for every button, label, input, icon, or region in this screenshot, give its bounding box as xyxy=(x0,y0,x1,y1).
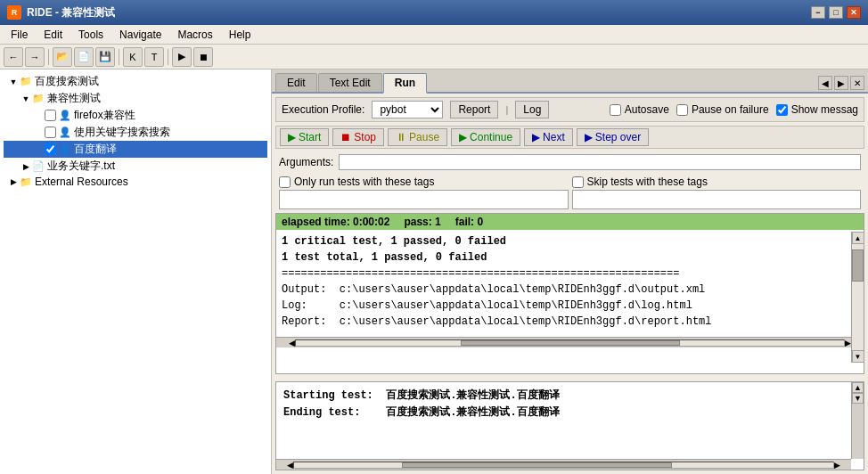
bottom-scroll-v[interactable]: ▲ ▼ xyxy=(851,382,864,459)
only-run-tags-col: Only run tests with these tags xyxy=(279,176,569,209)
continue-button[interactable]: ▶ Continue xyxy=(451,128,520,146)
scroll-up-btn[interactable]: ▲ xyxy=(852,232,864,244)
autosave-checkbox[interactable]: Autosave xyxy=(610,103,669,116)
tree-expand-keyword xyxy=(32,127,45,139)
k-button[interactable]: K xyxy=(123,47,143,67)
bottom-scroll-h[interactable]: ◀ ▶ xyxy=(276,459,851,470)
output-scrollbar-horizontal[interactable]: ◀ ▶ xyxy=(276,337,864,347)
pause-failure-checkbox[interactable]: Pause on failure xyxy=(676,103,769,116)
save-button[interactable]: 💾 xyxy=(95,47,115,67)
bottom-scroll-up[interactable]: ▲ xyxy=(852,382,864,393)
person-icon-keyword: 👤 xyxy=(59,127,71,139)
scroll-down-btn[interactable]: ▼ xyxy=(852,350,864,363)
close-button[interactable]: ✕ xyxy=(847,6,861,19)
tree-expand-compat[interactable]: ▼ xyxy=(20,93,32,105)
tab-run[interactable]: Run xyxy=(383,73,427,94)
back-button[interactable]: ← xyxy=(4,47,23,67)
log-button[interactable]: Log xyxy=(515,101,549,118)
maximize-button[interactable]: □ xyxy=(829,6,843,19)
pause-failure-label: Pause on failure xyxy=(692,103,769,116)
tab-close-button[interactable]: ✕ xyxy=(850,76,864,90)
menu-help[interactable]: Help xyxy=(222,27,258,43)
minimize-button[interactable]: − xyxy=(811,6,825,19)
tree-label-root: 百度搜索测试 xyxy=(35,74,99,89)
menu-file[interactable]: File xyxy=(4,27,35,43)
tree-expand-firefox xyxy=(32,110,45,122)
scroll-right-btn[interactable]: ▶ xyxy=(845,339,851,347)
tree-expand-kw[interactable]: ▶ xyxy=(20,160,32,173)
show-messages-check[interactable] xyxy=(776,104,788,116)
bottom-scroll-right[interactable]: ▶ xyxy=(834,461,840,470)
arguments-label: Arguments: xyxy=(279,156,333,168)
tree-item-root[interactable]: ▼ 📁 百度搜索测试 xyxy=(4,73,267,90)
stop-button[interactable]: ⏹ Stop xyxy=(332,128,384,146)
tree-item-firefox[interactable]: 👤 firefox兼容性 xyxy=(4,107,267,124)
tab-prev-button[interactable]: ◀ xyxy=(818,76,832,90)
bottom-scroll-down[interactable]: ▼ xyxy=(852,393,864,404)
stop-run-button[interactable]: ⏹ xyxy=(193,47,213,67)
only-run-tags-input[interactable] xyxy=(279,190,569,209)
bottom-track-h xyxy=(293,462,834,469)
stepover-label: Step over xyxy=(595,131,641,143)
show-messages-checkbox[interactable]: Show messag xyxy=(776,103,858,116)
bottom-output-area: Starting test: 百度搜索测试.兼容性测试.百度翻译 Ending … xyxy=(275,381,864,470)
skip-tags-input[interactable] xyxy=(572,190,862,209)
next-button[interactable]: ▶ Next xyxy=(524,128,573,146)
output-line-5: Report: c:\users\auser\appdata\local\tem… xyxy=(282,314,848,330)
only-run-check[interactable] xyxy=(279,176,291,188)
tree-expand-external[interactable]: ▶ xyxy=(7,176,20,188)
tree-expand-translate xyxy=(32,143,45,156)
autosave-label: Autosave xyxy=(625,103,669,116)
arguments-input[interactable] xyxy=(339,154,861,170)
tree-label-translate: 百度翻译 xyxy=(74,142,117,157)
skip-check[interactable] xyxy=(572,176,584,188)
forward-button[interactable]: → xyxy=(25,47,45,67)
exec-profile-select[interactable]: pybot jybot xyxy=(372,101,443,118)
report-button[interactable]: Report xyxy=(450,101,498,118)
menu-tools[interactable]: Tools xyxy=(71,27,111,43)
bottom-scroll-left[interactable]: ◀ xyxy=(287,461,293,470)
menu-macros[interactable]: Macros xyxy=(170,27,219,43)
new-button[interactable]: 📄 xyxy=(74,47,94,67)
only-run-row: Only run tests with these tags xyxy=(279,176,569,188)
right-panel: Edit Text Edit Run ◀ ▶ ✕ Execution Profi… xyxy=(272,69,868,474)
tab-text-edit[interactable]: Text Edit xyxy=(318,73,382,92)
checkbox-firefox[interactable] xyxy=(45,110,56,121)
pause-failure-check[interactable] xyxy=(676,104,688,116)
tree-item-keyword[interactable]: 👤 使用关键字搜索搜索 xyxy=(4,124,267,141)
tree-item-compat[interactable]: ▼ 📁 兼容性测试 xyxy=(4,90,267,107)
stepover-button[interactable]: ▶ Step over xyxy=(577,128,649,146)
checkbox-translate[interactable] xyxy=(45,143,56,155)
start-button[interactable]: ▶ Start xyxy=(280,128,329,146)
tree-item-keywords-file[interactable]: ▶ 📄 业务关键字.txt xyxy=(4,158,267,175)
checkbox-keyword[interactable] xyxy=(45,127,56,138)
menu-edit[interactable]: Edit xyxy=(37,27,70,43)
tab-next-button[interactable]: ▶ xyxy=(834,76,848,90)
tree-expand-root[interactable]: ▼ xyxy=(7,76,20,88)
autosave-check[interactable] xyxy=(610,104,621,116)
output-scrollbar-vertical[interactable]: ▲ ▼ xyxy=(851,232,864,363)
window-title: RIDE - 兼容性测试 xyxy=(27,5,115,20)
menu-navigate[interactable]: Navigate xyxy=(112,27,168,43)
tags-row: Only run tests with these tags Skip test… xyxy=(275,176,864,209)
skip-label: Skip tests with these tags xyxy=(587,176,708,188)
pause-button[interactable]: ⏸ Pause xyxy=(388,128,447,146)
output-line-4: Log: c:\users\auser\appdata\local\temp\R… xyxy=(282,298,848,314)
title-bar-controls: − □ ✕ xyxy=(811,6,861,19)
tree-label-kw: 业务关键字.txt xyxy=(47,159,115,174)
tree-panel: ▼ 📁 百度搜索测试 ▼ 📁 兼容性测试 👤 firefox兼容性 👤 使用关键… xyxy=(0,69,272,474)
open-button[interactable]: 📂 xyxy=(53,47,72,67)
tree-item-translate[interactable]: 👤 百度翻译 xyxy=(4,141,267,158)
t-button[interactable]: T xyxy=(144,47,164,67)
arguments-row: Arguments: xyxy=(275,152,864,172)
tree-item-external[interactable]: ▶ 📁 External Resources xyxy=(4,175,267,189)
bottom-thumb-h[interactable] xyxy=(402,462,672,468)
fail-count: fail: 0 xyxy=(455,216,483,228)
scroll-thumb-h[interactable] xyxy=(461,340,680,346)
output-line-0: 1 critical test, 1 passed, 0 failed xyxy=(282,233,848,249)
folder-icon: 📁 xyxy=(20,76,32,88)
scroll-thumb-v[interactable] xyxy=(852,249,864,282)
scroll-left-btn[interactable]: ◀ xyxy=(289,339,295,347)
run-button[interactable]: ▶ xyxy=(172,47,192,67)
tab-edit[interactable]: Edit xyxy=(275,73,317,92)
